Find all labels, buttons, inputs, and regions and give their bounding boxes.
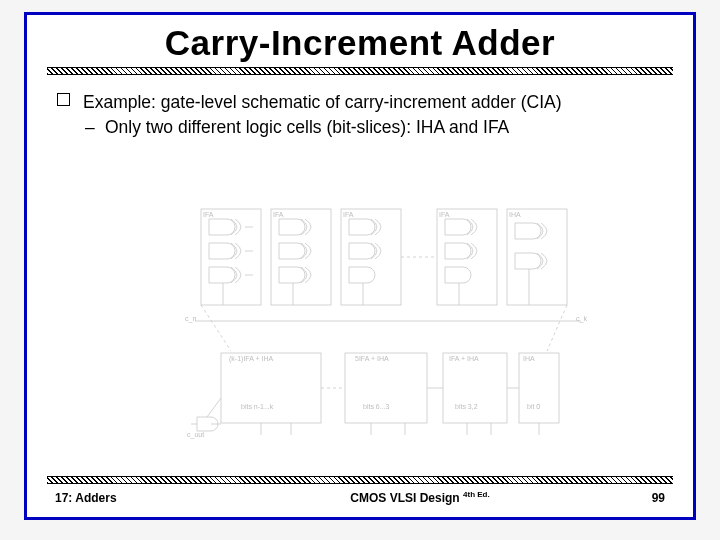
block-header: IHA [523, 355, 535, 362]
schematic-figure: IFA IFA IFA IFA IHA c_k c_n (k-1)IFA + I… [191, 203, 587, 445]
block-bits-label: bits 6...3 [363, 403, 389, 410]
slide-frame: Carry-Increment Adder Example: gate-leve… [24, 12, 696, 520]
slide-title: Carry-Increment Adder [27, 15, 693, 67]
footer-book-title: CMOS VLSI Design 4th Ed. [235, 490, 605, 505]
cell-label-iha: IHA [509, 211, 521, 218]
block-bits-label: bits 3,2 [455, 403, 478, 410]
svg-line-13 [547, 305, 567, 351]
svg-rect-2 [341, 209, 401, 305]
block-header: 5IFA + IHA [355, 355, 389, 362]
slide-footer: 17: Adders CMOS VLSI Design 4th Ed. 99 [47, 476, 673, 505]
bullet1-text: Example: gate-level schematic of carry-i… [83, 92, 562, 112]
bullet-level2: – Only two different logic cells (bit-sl… [57, 116, 663, 139]
cell-label-ifa: IFA [343, 211, 354, 218]
cell-label-ifa: IFA [273, 211, 284, 218]
footer-divider [47, 476, 673, 484]
title-divider [47, 67, 673, 75]
svg-rect-1 [271, 209, 331, 305]
block-header: (k-1)IFA + IHA [229, 355, 273, 362]
svg-rect-14 [221, 353, 321, 423]
block-bits-label: bit 0 [527, 403, 540, 410]
footer-row: 17: Adders CMOS VLSI Design 4th Ed. 99 [47, 490, 673, 505]
footer-chapter: 17: Adders [55, 491, 235, 505]
svg-line-12 [201, 305, 231, 351]
footer-edition: 4th Ed. [463, 490, 490, 499]
bullet2-text: Only two different logic cells (bit-slic… [105, 117, 509, 137]
cout-label: c_out [187, 431, 204, 438]
hollow-square-bullet-icon [57, 93, 70, 106]
dash-bullet-icon: – [85, 116, 95, 139]
svg-rect-16 [443, 353, 507, 423]
footer-page-number: 99 [605, 491, 665, 505]
carry-out-label: c_n [185, 315, 196, 322]
footer-center-main: CMOS VLSI Design [350, 491, 459, 505]
bullet-level1: Example: gate-level schematic of carry-i… [57, 91, 663, 114]
block-header: IFA + IHA [449, 355, 479, 362]
svg-rect-15 [345, 353, 427, 423]
svg-rect-0 [201, 209, 261, 305]
cell-label-ifa: IFA [439, 211, 450, 218]
svg-rect-17 [519, 353, 559, 423]
slide-body: Example: gate-level schematic of carry-i… [27, 85, 693, 139]
block-bits-label: bits n-1...k [241, 403, 273, 410]
svg-rect-3 [437, 209, 497, 305]
carry-in-label: c_k [576, 315, 587, 322]
cell-label-ifa: IFA [203, 211, 214, 218]
svg-line-21 [207, 398, 221, 417]
